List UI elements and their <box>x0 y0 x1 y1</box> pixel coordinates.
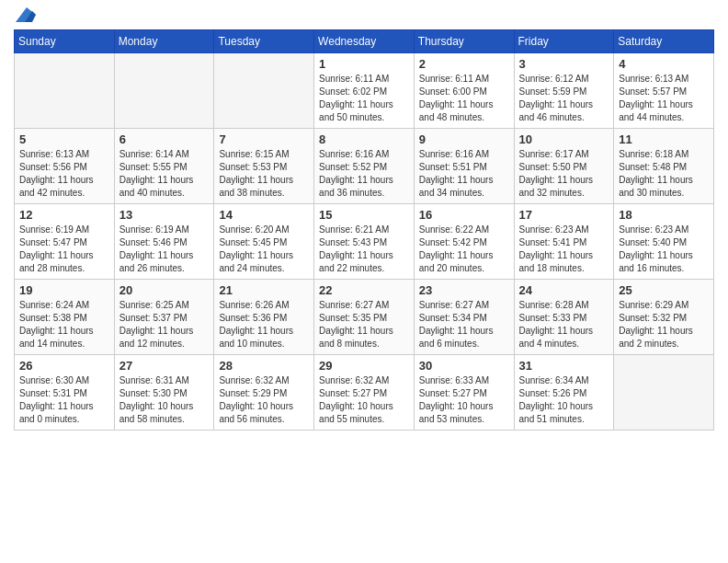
day-info: Sunrise: 6:23 AM Sunset: 5:41 PM Dayligh… <box>519 224 609 275</box>
day-info: Sunrise: 6:22 AM Sunset: 5:42 PM Dayligh… <box>419 224 509 275</box>
calendar-day-29: 29Sunrise: 6:32 AM Sunset: 5:27 PM Dayli… <box>314 355 415 431</box>
col-header-tuesday: Tuesday <box>214 30 314 53</box>
day-number: 9 <box>419 132 509 146</box>
calendar-day-11: 11Sunrise: 6:18 AM Sunset: 5:48 PM Dayli… <box>614 129 714 204</box>
day-info: Sunrise: 6:25 AM Sunset: 5:37 PM Dayligh… <box>119 299 210 350</box>
day-info: Sunrise: 6:11 AM Sunset: 6:02 PM Dayligh… <box>319 73 409 124</box>
calendar-day-6: 6Sunrise: 6:14 AM Sunset: 5:55 PM Daylig… <box>114 129 214 204</box>
day-number: 1 <box>319 57 409 71</box>
day-info: Sunrise: 6:23 AM Sunset: 5:40 PM Dayligh… <box>619 224 709 275</box>
calendar-header-row: SundayMondayTuesdayWednesdayThursdayFrid… <box>15 30 714 53</box>
calendar-day-1: 1Sunrise: 6:11 AM Sunset: 6:02 PM Daylig… <box>314 53 415 129</box>
calendar-day-28: 28Sunrise: 6:32 AM Sunset: 5:29 PM Dayli… <box>214 355 314 431</box>
page-container: SundayMondayTuesdayWednesdayThursdayFrid… <box>0 0 728 440</box>
day-number: 13 <box>119 208 210 222</box>
calendar-day-19: 19Sunrise: 6:24 AM Sunset: 5:38 PM Dayli… <box>15 280 115 355</box>
day-number: 19 <box>19 283 109 297</box>
day-number: 15 <box>319 208 409 222</box>
calendar-week-4: 19Sunrise: 6:24 AM Sunset: 5:38 PM Dayli… <box>15 280 714 355</box>
day-number: 14 <box>219 208 309 222</box>
day-number: 2 <box>419 57 509 71</box>
day-info: Sunrise: 6:13 AM Sunset: 5:56 PM Dayligh… <box>19 148 109 200</box>
day-info: Sunrise: 6:21 AM Sunset: 5:43 PM Dayligh… <box>319 224 409 275</box>
calendar-day-9: 9Sunrise: 6:16 AM Sunset: 5:51 PM Daylig… <box>414 129 514 204</box>
calendar-empty <box>614 355 714 431</box>
day-info: Sunrise: 6:13 AM Sunset: 5:57 PM Dayligh… <box>619 73 709 124</box>
day-info: Sunrise: 6:32 AM Sunset: 5:27 PM Dayligh… <box>319 374 409 426</box>
calendar-day-7: 7Sunrise: 6:15 AM Sunset: 5:53 PM Daylig… <box>214 129 314 204</box>
calendar-day-24: 24Sunrise: 6:28 AM Sunset: 5:33 PM Dayli… <box>514 280 614 355</box>
calendar-day-31: 31Sunrise: 6:34 AM Sunset: 5:26 PM Dayli… <box>514 355 614 431</box>
day-info: Sunrise: 6:19 AM Sunset: 5:46 PM Dayligh… <box>119 224 210 275</box>
day-number: 10 <box>519 132 609 146</box>
day-info: Sunrise: 6:29 AM Sunset: 5:32 PM Dayligh… <box>619 299 709 350</box>
day-number: 31 <box>519 359 609 373</box>
calendar-day-30: 30Sunrise: 6:33 AM Sunset: 5:27 PM Dayli… <box>414 355 514 431</box>
day-number: 28 <box>219 359 309 373</box>
day-info: Sunrise: 6:31 AM Sunset: 5:30 PM Dayligh… <box>119 374 210 426</box>
calendar-day-20: 20Sunrise: 6:25 AM Sunset: 5:37 PM Dayli… <box>114 280 214 355</box>
calendar-table: SundayMondayTuesdayWednesdayThursdayFrid… <box>14 29 714 431</box>
day-number: 29 <box>319 359 409 373</box>
day-number: 18 <box>619 208 709 222</box>
day-info: Sunrise: 6:32 AM Sunset: 5:29 PM Dayligh… <box>219 374 309 426</box>
calendar-day-14: 14Sunrise: 6:20 AM Sunset: 5:45 PM Dayli… <box>214 204 314 280</box>
day-info: Sunrise: 6:20 AM Sunset: 5:45 PM Dayligh… <box>219 224 309 275</box>
calendar-day-5: 5Sunrise: 6:13 AM Sunset: 5:56 PM Daylig… <box>15 129 115 204</box>
day-number: 5 <box>19 132 109 146</box>
logo-icon <box>16 7 36 22</box>
calendar-day-25: 25Sunrise: 6:29 AM Sunset: 5:32 PM Dayli… <box>614 280 714 355</box>
col-header-monday: Monday <box>114 30 214 53</box>
calendar-empty <box>15 53 115 129</box>
calendar-empty <box>114 53 214 129</box>
col-header-wednesday: Wednesday <box>314 30 415 53</box>
day-number: 7 <box>219 132 309 146</box>
day-number: 25 <box>619 283 709 297</box>
logo <box>14 9 36 22</box>
day-number: 12 <box>19 208 109 222</box>
calendar-week-1: 1Sunrise: 6:11 AM Sunset: 6:02 PM Daylig… <box>15 53 714 129</box>
col-header-friday: Friday <box>514 30 614 53</box>
col-header-saturday: Saturday <box>614 30 714 53</box>
day-info: Sunrise: 6:12 AM Sunset: 5:59 PM Dayligh… <box>519 73 609 124</box>
calendar-day-15: 15Sunrise: 6:21 AM Sunset: 5:43 PM Dayli… <box>314 204 415 280</box>
day-number: 26 <box>19 359 109 373</box>
day-number: 4 <box>619 57 709 71</box>
day-info: Sunrise: 6:15 AM Sunset: 5:53 PM Dayligh… <box>219 148 309 200</box>
day-info: Sunrise: 6:24 AM Sunset: 5:38 PM Dayligh… <box>19 299 109 350</box>
calendar-day-4: 4Sunrise: 6:13 AM Sunset: 5:57 PM Daylig… <box>614 53 714 129</box>
calendar-week-2: 5Sunrise: 6:13 AM Sunset: 5:56 PM Daylig… <box>15 129 714 204</box>
day-info: Sunrise: 6:16 AM Sunset: 5:52 PM Dayligh… <box>319 148 409 200</box>
calendar-day-21: 21Sunrise: 6:26 AM Sunset: 5:36 PM Dayli… <box>214 280 314 355</box>
day-number: 22 <box>319 283 409 297</box>
day-number: 30 <box>419 359 509 373</box>
day-info: Sunrise: 6:18 AM Sunset: 5:48 PM Dayligh… <box>619 148 709 200</box>
col-header-sunday: Sunday <box>15 30 115 53</box>
calendar-week-5: 26Sunrise: 6:30 AM Sunset: 5:31 PM Dayli… <box>15 355 714 431</box>
day-info: Sunrise: 6:16 AM Sunset: 5:51 PM Dayligh… <box>419 148 509 200</box>
day-number: 16 <box>419 208 509 222</box>
col-header-thursday: Thursday <box>414 30 514 53</box>
calendar-day-26: 26Sunrise: 6:30 AM Sunset: 5:31 PM Dayli… <box>15 355 115 431</box>
day-number: 27 <box>119 359 210 373</box>
day-info: Sunrise: 6:34 AM Sunset: 5:26 PM Dayligh… <box>519 374 609 426</box>
day-number: 6 <box>119 132 210 146</box>
day-number: 24 <box>519 283 609 297</box>
day-number: 17 <box>519 208 609 222</box>
day-number: 20 <box>119 283 210 297</box>
day-number: 21 <box>219 283 309 297</box>
calendar-day-16: 16Sunrise: 6:22 AM Sunset: 5:42 PM Dayli… <box>414 204 514 280</box>
calendar-day-22: 22Sunrise: 6:27 AM Sunset: 5:35 PM Dayli… <box>314 280 415 355</box>
day-info: Sunrise: 6:19 AM Sunset: 5:47 PM Dayligh… <box>19 224 109 275</box>
day-info: Sunrise: 6:26 AM Sunset: 5:36 PM Dayligh… <box>219 299 309 350</box>
calendar-day-8: 8Sunrise: 6:16 AM Sunset: 5:52 PM Daylig… <box>314 129 415 204</box>
day-info: Sunrise: 6:30 AM Sunset: 5:31 PM Dayligh… <box>19 374 109 426</box>
calendar-day-3: 3Sunrise: 6:12 AM Sunset: 5:59 PM Daylig… <box>514 53 614 129</box>
calendar-day-13: 13Sunrise: 6:19 AM Sunset: 5:46 PM Dayli… <box>114 204 214 280</box>
day-info: Sunrise: 6:27 AM Sunset: 5:35 PM Dayligh… <box>319 299 409 350</box>
day-info: Sunrise: 6:33 AM Sunset: 5:27 PM Dayligh… <box>419 374 509 426</box>
day-number: 3 <box>519 57 609 71</box>
day-number: 11 <box>619 132 709 146</box>
day-info: Sunrise: 6:14 AM Sunset: 5:55 PM Dayligh… <box>119 148 210 200</box>
day-info: Sunrise: 6:11 AM Sunset: 6:00 PM Dayligh… <box>419 73 509 124</box>
